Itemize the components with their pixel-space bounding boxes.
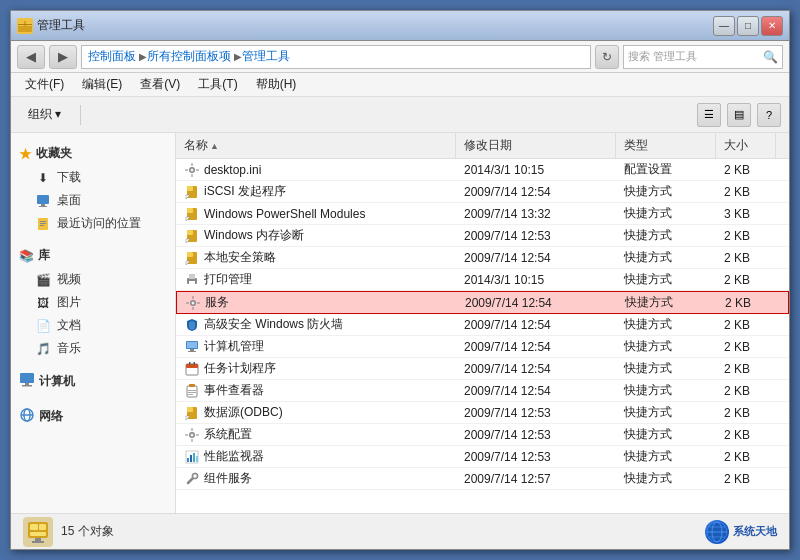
path-segment-1[interactable]: 控制面板 — [88, 48, 147, 65]
file-name-cell: iSCSI 发起程序 — [176, 181, 456, 202]
svg-rect-47 — [188, 351, 196, 352]
table-row[interactable]: 事件查看器 2009/7/14 12:54 快捷方式 2 KB — [176, 380, 789, 402]
svg-rect-1 — [18, 21, 24, 26]
help-button[interactable]: ? — [757, 103, 781, 127]
menu-edit[interactable]: 编辑(E) — [74, 74, 130, 95]
file-date-cell: 2009/7/14 12:53 — [456, 426, 616, 444]
table-row[interactable]: Windows 内存诊断 2009/7/14 12:53 快捷方式 2 KB — [176, 225, 789, 247]
path-segment-3[interactable]: 管理工具 — [242, 48, 290, 65]
minimize-button[interactable]: — — [713, 16, 735, 36]
refresh-button[interactable]: ↻ — [595, 45, 619, 69]
menu-help[interactable]: 帮助(H) — [248, 74, 305, 95]
sidebar-item-pictures[interactable]: 🖼 图片 — [11, 291, 175, 314]
menu-view[interactable]: 查看(V) — [132, 74, 188, 95]
col-header-type[interactable]: 类型 — [616, 133, 716, 158]
svg-rect-12 — [25, 383, 29, 385]
pane-button[interactable]: ▤ — [727, 103, 751, 127]
svg-rect-54 — [188, 390, 196, 391]
file-icon — [184, 162, 200, 178]
col-header-date[interactable]: 修改日期 — [456, 133, 616, 158]
sidebar-network-header[interactable]: 网络 — [11, 403, 175, 430]
svg-point-73 — [194, 474, 197, 477]
file-name: 高级安全 Windows 防火墙 — [204, 316, 343, 333]
sidebar-item-music[interactable]: 🎵 音乐 — [11, 337, 175, 360]
file-size-cell: 2 KB — [716, 338, 776, 356]
sidebar-computer-header[interactable]: 计算机 — [11, 368, 175, 395]
menu-file[interactable]: 文件(F) — [17, 74, 72, 95]
path-segment-2[interactable]: 所有控制面板项 — [147, 48, 242, 65]
close-button[interactable]: ✕ — [761, 16, 783, 36]
view-button[interactable]: ☰ — [697, 103, 721, 127]
maximize-button[interactable]: □ — [737, 16, 759, 36]
sidebar-item-recent[interactable]: 最近访问的位置 — [11, 212, 175, 235]
search-box[interactable]: 搜索 管理工具 🔍 — [623, 45, 783, 69]
file-name-cell: 计算机管理 — [176, 336, 456, 357]
table-row[interactable]: 本地安全策略 2009/7/14 12:54 快捷方式 2 KB — [176, 247, 789, 269]
table-row[interactable]: iSCSI 发起程序 2009/7/14 12:54 快捷方式 2 KB — [176, 181, 789, 203]
table-row[interactable]: 系统配置 2009/7/14 12:53 快捷方式 2 KB — [176, 424, 789, 446]
table-row[interactable]: desktop.ini 2014/3/1 10:15 配置设置 2 KB — [176, 159, 789, 181]
file-date-cell: 2009/7/14 12:54 — [456, 382, 616, 400]
sidebar-recent-label: 最近访问的位置 — [57, 215, 141, 232]
table-row[interactable]: 任务计划程序 2009/7/14 12:54 快捷方式 2 KB — [176, 358, 789, 380]
svg-rect-52 — [187, 386, 197, 397]
file-date-cell: 2014/3/1 10:15 — [456, 161, 616, 179]
svg-rect-6 — [39, 206, 47, 207]
svg-rect-68 — [190, 455, 192, 462]
file-date-cell: 2009/7/14 12:53 — [456, 227, 616, 245]
file-name: 本地安全策略 — [204, 249, 276, 266]
sidebar-item-documents[interactable]: 📄 文档 — [11, 314, 175, 337]
menu-tools[interactable]: 工具(T) — [190, 74, 245, 95]
search-icon[interactable]: 🔍 — [763, 50, 778, 64]
table-row[interactable]: Windows PowerShell Modules 2009/7/14 13:… — [176, 203, 789, 225]
file-name-cell: 打印管理 — [176, 269, 456, 290]
svg-rect-42 — [186, 302, 189, 303]
sidebar-item-downloads[interactable]: ⬇ 下载 — [11, 166, 175, 189]
svg-rect-67 — [187, 458, 189, 462]
file-name-cell: 事件查看器 — [176, 380, 456, 401]
file-name-cell: 服务 — [177, 292, 457, 313]
file-name: Windows 内存诊断 — [204, 227, 304, 244]
table-row[interactable]: 组件服务 2009/7/14 12:57 快捷方式 2 KB — [176, 468, 789, 490]
video-icon: 🎬 — [35, 272, 51, 288]
library-icon: 📚 — [19, 249, 34, 263]
table-row[interactable]: 服务 2009/7/14 12:54 快捷方式 2 KB — [176, 291, 789, 314]
file-icon — [184, 228, 200, 244]
file-type-cell: 快捷方式 — [616, 380, 716, 401]
table-row[interactable]: 计算机管理 2009/7/14 12:54 快捷方式 2 KB — [176, 336, 789, 358]
sidebar-computer-label: 计算机 — [39, 373, 75, 390]
svg-rect-5 — [41, 204, 45, 206]
status-icon — [23, 517, 53, 547]
status-bar: 15 个对象 系统天地 — [11, 513, 789, 549]
table-row[interactable]: 高级安全 Windows 防火墙 2009/7/14 12:54 快捷方式 2 … — [176, 314, 789, 336]
file-type-cell: 快捷方式 — [616, 314, 716, 335]
col-header-name[interactable]: 名称 ▲ — [176, 133, 456, 158]
forward-button[interactable]: ▶ — [49, 45, 77, 69]
svg-point-61 — [191, 433, 194, 436]
col-header-size[interactable]: 大小 — [716, 133, 776, 158]
address-path[interactable]: 控制面板 所有控制面板项 管理工具 — [81, 45, 591, 69]
file-name: 数据源(ODBC) — [204, 404, 283, 421]
sidebar-favorites-header[interactable]: ★ 收藏夹 — [11, 141, 175, 166]
file-type-cell: 配置设置 — [616, 159, 716, 180]
file-size-cell: 2 KB — [716, 382, 776, 400]
svg-rect-46 — [190, 349, 194, 351]
window-icon — [17, 18, 33, 34]
file-date-cell: 2009/7/14 12:54 — [457, 294, 617, 312]
sidebar-library-header[interactable]: 📚 库 — [11, 243, 175, 268]
table-row[interactable]: 数据源(ODBC) 2009/7/14 12:53 快捷方式 2 KB — [176, 402, 789, 424]
sidebar-item-video[interactable]: 🎬 视频 — [11, 268, 175, 291]
file-icon — [184, 317, 200, 333]
file-name: 任务计划程序 — [204, 360, 276, 377]
file-size-cell: 2 KB — [716, 271, 776, 289]
sidebar-network-label: 网络 — [39, 408, 63, 425]
table-row[interactable]: 打印管理 2014/3/1 10:15 快捷方式 2 KB — [176, 269, 789, 291]
svg-rect-11 — [20, 373, 34, 383]
back-button[interactable]: ◀ — [17, 45, 45, 69]
sidebar-item-desktop[interactable]: 桌面 — [11, 189, 175, 212]
table-row[interactable]: 性能监视器 2009/7/14 12:53 快捷方式 2 KB — [176, 446, 789, 468]
svg-rect-43 — [197, 302, 200, 303]
organize-button[interactable]: 组织 ▾ — [19, 102, 70, 127]
col-date-label: 修改日期 — [464, 137, 512, 154]
svg-rect-9 — [40, 223, 46, 224]
